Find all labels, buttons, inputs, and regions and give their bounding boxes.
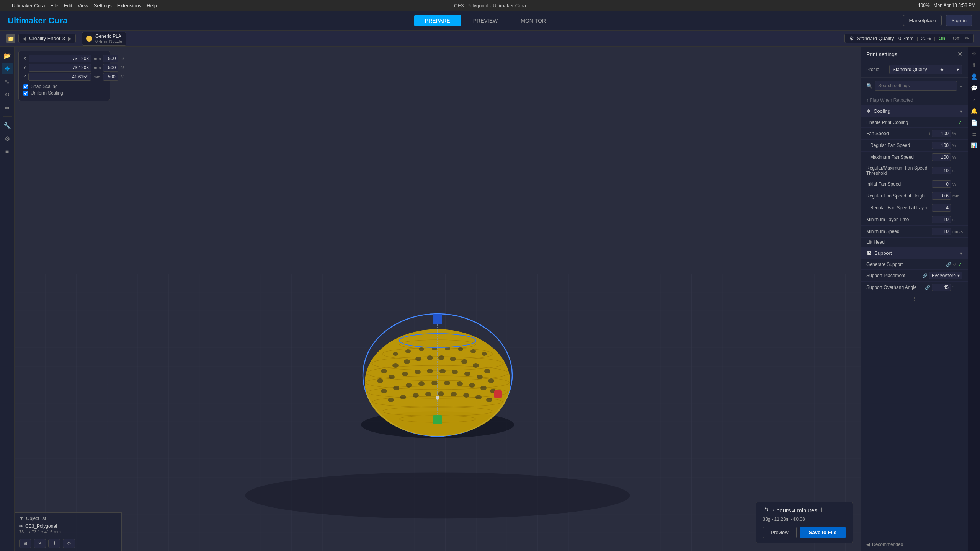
toolbar-move-btn[interactable]: ✥ [2, 63, 13, 74]
svg-point-40 [458, 347, 463, 351]
place-on-floor-btn[interactable]: ⬇ [48, 539, 60, 548]
max-fan-speed-input[interactable] [932, 153, 951, 161]
edit-icon[interactable]: ✏ [965, 36, 969, 41]
preview-button[interactable]: Preview [763, 527, 797, 538]
dock-chart-btn[interactable]: 📊 [969, 140, 980, 151]
tab-monitor[interactable]: MONITOR [510, 15, 557, 26]
fan-speed-input[interactable] [932, 130, 951, 137]
fan-speed-layer-input[interactable] [932, 204, 951, 212]
fan-threshold-input[interactable] [932, 167, 951, 174]
support-placement-link-icon[interactable]: 🔗 [922, 273, 928, 278]
dock-settings-btn[interactable]: ⚙ [969, 48, 980, 59]
quality-selector[interactable]: ⚙ Standard Quality - 0.2mm | 20% | On | … [844, 34, 974, 43]
object-list-item[interactable]: ✏ CE3_Polygonal [19, 523, 117, 529]
menu-file[interactable]: File [50, 3, 58, 8]
snap-scaling-check[interactable]: Snap Scaling [23, 84, 105, 89]
search-input[interactable] [875, 81, 957, 91]
remove-btn[interactable]: ✕ [34, 539, 46, 548]
toolbar-layers-btn[interactable]: ≡ [2, 146, 13, 157]
menu-settings[interactable]: Settings [94, 3, 112, 8]
svg-point-54 [400, 395, 406, 399]
chevron-left-icon: ◀ [866, 542, 870, 547]
cooling-chevron-icon: ▾ [960, 109, 962, 114]
app-menu-name[interactable]: Ultimaker Cura [12, 3, 45, 8]
profile-select[interactable]: Standard Quality ★ ▾ [889, 65, 962, 74]
signin-button[interactable]: Sign in [946, 15, 972, 26]
3d-object [346, 295, 529, 440]
menu-edit[interactable]: Edit [64, 3, 72, 8]
filter-icon[interactable]: ≡ [959, 83, 962, 89]
recommended-row[interactable]: ◀ Recommended [861, 538, 968, 551]
menu-extensions[interactable]: Extensions [117, 3, 142, 8]
support-placement-dropdown[interactable]: Everywhere ▾ [929, 272, 962, 279]
dock-help-btn[interactable]: ? [969, 94, 980, 105]
clock: Mon Apr 13 3:58 PM [934, 3, 975, 8]
menu-view[interactable]: View [78, 3, 88, 8]
enable-cooling-check[interactable]: ✓ [958, 119, 962, 126]
toolbar-settings-btn[interactable]: ⚙ [2, 133, 13, 144]
uniform-scaling-check[interactable]: Uniform Scaling [23, 90, 105, 96]
object-list-title: ▼ Object list [19, 516, 117, 521]
x-value-input[interactable] [29, 55, 91, 62]
chevron-down-icon[interactable]: ▼ [19, 516, 24, 521]
x-pct-input[interactable] [103, 55, 118, 62]
y-value-input[interactable] [29, 64, 91, 72]
dock-user-btn[interactable]: 👤 [969, 71, 980, 82]
support-angle-input[interactable] [932, 284, 951, 291]
generate-support-link1-icon[interactable]: 🔗 [946, 262, 951, 267]
min-speed-input[interactable] [932, 228, 951, 235]
svg-point-61 [486, 398, 492, 402]
tab-prepare[interactable]: PREPARE [414, 15, 461, 26]
dock-feedback-btn[interactable]: 💬 [969, 83, 980, 93]
section-support[interactable]: 🏗 Support ▾ [861, 247, 968, 259]
dock-notification-btn[interactable]: 🔔 [969, 106, 980, 116]
apple-icon[interactable]:  [5, 3, 7, 8]
toolbar-scale-btn[interactable]: ⤡ [2, 76, 13, 87]
y-label: Y [23, 65, 26, 70]
marketplace-button[interactable]: Marketplace [903, 15, 942, 26]
print-length: 11.23m [774, 517, 790, 522]
dock-layers-btn[interactable]: ≣ [969, 129, 980, 139]
dock-info-btn[interactable]: ℹ [969, 60, 980, 70]
svg-point-29 [427, 369, 433, 373]
regular-fan-speed-input[interactable] [932, 142, 951, 149]
svg-point-20 [438, 355, 444, 360]
uniform-scaling-checkbox[interactable] [23, 91, 28, 96]
support-angle-link-icon[interactable]: 🔗 [925, 285, 930, 290]
setting-row-fan-speed: Fan Speed ℹ % [861, 128, 968, 140]
snap-scaling-checkbox[interactable] [23, 84, 28, 89]
panel-title: Print settings [866, 51, 897, 57]
z-value-input[interactable] [28, 73, 91, 81]
min-layer-time-input[interactable] [932, 216, 951, 223]
section-cooling[interactable]: ❄ Cooling ▾ [861, 105, 968, 117]
machine-selector[interactable]: ◀ Creality Ender-3 ▶ [18, 34, 76, 43]
toolbar-mirror-btn[interactable]: ⇔ [2, 102, 13, 113]
toolbar-open-btn[interactable]: 📂 [2, 50, 13, 61]
fan-speed-height-input[interactable] [932, 192, 951, 200]
z-pct-input[interactable] [103, 73, 118, 81]
generate-support-check[interactable]: ✓ [958, 261, 962, 267]
dock-file-btn[interactable]: 📄 [969, 117, 980, 128]
min-layer-time-label: Minimum Layer Time [866, 217, 932, 222]
open-folder-button[interactable]: 📁 [6, 34, 15, 43]
settings-object-btn[interactable]: ⚙ [63, 539, 75, 548]
tab-preview[interactable]: PREVIEW [462, 15, 509, 26]
toolbar-support-btn[interactable]: 🔧 [2, 120, 13, 131]
initial-fan-speed-input[interactable] [932, 180, 951, 188]
viewport[interactable]: X mm % Y mm % Z mm % [15, 47, 861, 551]
y-pct-input[interactable] [103, 64, 118, 72]
quality-pct: 20% [921, 36, 931, 41]
z-transform-row: Z mm % [23, 73, 105, 81]
info-icon[interactable]: ℹ [820, 507, 823, 514]
duplicate-btn[interactable]: ⊞ [19, 539, 31, 548]
fan-speed-info-icon[interactable]: ℹ [929, 131, 930, 136]
toolbar-rotate-btn[interactable]: ↻ [2, 89, 13, 100]
machine-name: Creality Ender-3 [29, 36, 65, 41]
filament-selector[interactable]: Generic PLA 0.4mm Nozzle [82, 32, 126, 46]
save-to-file-button[interactable]: Save to File [800, 527, 846, 538]
svg-point-42 [482, 352, 487, 356]
fan-speed-layer-label: Regular Fan Speed at Layer [866, 205, 932, 210]
menu-help[interactable]: Help [147, 3, 157, 8]
close-panel-button[interactable]: ✕ [957, 51, 962, 58]
generate-support-refresh-icon[interactable]: ↺ [953, 262, 956, 267]
